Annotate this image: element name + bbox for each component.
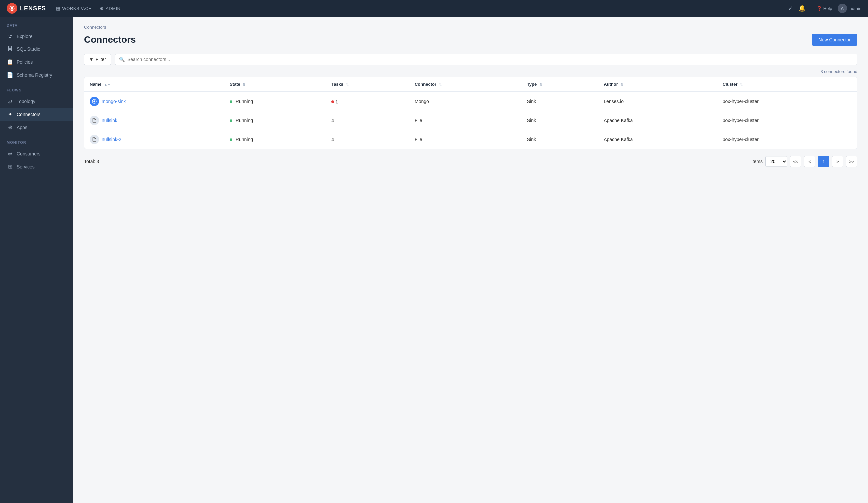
sort-icon-type: ⇅ [539, 83, 542, 87]
total-count: Total: 3 [84, 159, 99, 164]
table-row: mongo-sink Running 1 Mongo Sink Lenses.i… [84, 92, 857, 111]
logo-text: LENSES [20, 5, 46, 12]
table-row: nullsink Running 4 File Sink Apache Kafk… [84, 111, 857, 130]
status-dot [230, 139, 232, 141]
cell-connector: File [409, 111, 522, 130]
cell-type: Sink [522, 92, 598, 111]
topbar-right: ✓ 🔔 ❓ Help A admin [788, 4, 861, 13]
sort-icon-tasks: ⇅ [346, 83, 349, 87]
filter-icon: ▼ [89, 57, 94, 62]
sidebar-item-policies[interactable]: 📋 Policies [0, 56, 73, 68]
status-dot [230, 119, 232, 122]
cell-cluster: box-hyper-cluster [717, 92, 857, 111]
cell-name: nullsink [84, 111, 224, 130]
sidebar-item-label: Topology [17, 99, 35, 104]
col-name[interactable]: Name ▲▼ [84, 77, 224, 92]
topbar: LENSES ▦ WORKSPACE ⚙ ADMIN ✓ 🔔 ❓ Help A … [0, 0, 868, 17]
explore-icon: 🗂 [7, 33, 13, 39]
pagination-first-button[interactable]: << [790, 156, 801, 167]
sidebar-item-label: Apps [17, 125, 27, 130]
cell-type: Sink [522, 111, 598, 130]
sidebar-section-flows: FLOWS ⇄ Topology ✦ Connectors ⊕ Apps [0, 81, 73, 134]
search-input[interactable] [115, 54, 857, 65]
pagination-next-button[interactable]: > [832, 156, 843, 167]
results-count: 3 connectors found [84, 69, 857, 74]
logo-area[interactable]: LENSES [7, 3, 46, 14]
sidebar-item-schema-registry[interactable]: 📄 Schema Registry [0, 68, 73, 81]
items-per-page-select[interactable]: 20 50 100 [765, 156, 787, 167]
user-menu[interactable]: A admin [838, 4, 861, 13]
topology-icon: ⇄ [7, 98, 13, 104]
bell-icon[interactable]: 🔔 [798, 5, 806, 12]
filter-button[interactable]: ▼ Filter [84, 54, 111, 65]
new-connector-button[interactable]: New Connector [812, 34, 858, 46]
main-layout: DATA 🗂 Explore 🗄 SQL Studio 📋 Policies 📄… [0, 17, 868, 503]
sidebar-item-label: Connectors [17, 112, 41, 117]
apps-icon: ⊕ [7, 124, 13, 130]
policies-icon: 📋 [7, 59, 13, 65]
col-state[interactable]: State ⇅ [224, 77, 326, 92]
col-type[interactable]: Type ⇅ [522, 77, 598, 92]
pagination-page1-button[interactable]: 1 [818, 156, 829, 167]
consumers-icon: ⇌ [7, 150, 13, 157]
col-connector[interactable]: Connector ⇅ [409, 77, 522, 92]
sidebar-item-services[interactable]: ⊞ Services [0, 160, 73, 173]
connector-link[interactable]: nullsink-2 [90, 135, 219, 144]
sidebar: DATA 🗂 Explore 🗄 SQL Studio 📋 Policies 📄… [0, 17, 73, 503]
sidebar-item-label: Services [17, 164, 35, 169]
check-icon[interactable]: ✓ [788, 5, 793, 12]
connector-name: nullsink-2 [102, 137, 121, 142]
sidebar-item-sql-studio[interactable]: 🗄 SQL Studio [0, 43, 73, 56]
sidebar-item-consumers[interactable]: ⇌ Consumers [0, 147, 73, 160]
sidebar-item-apps[interactable]: ⊕ Apps [0, 121, 73, 134]
sort-icon-cluster: ⇅ [740, 83, 743, 87]
task-badge: 1 [331, 99, 338, 104]
cell-name: mongo-sink [84, 92, 224, 111]
sidebar-item-connectors[interactable]: ✦ Connectors [0, 108, 73, 121]
pagination-controls: Items 20 50 100 << < 1 > >> [751, 156, 857, 167]
col-cluster[interactable]: Cluster ⇅ [717, 77, 857, 92]
workspace-nav[interactable]: ▦ WORKSPACE [56, 6, 92, 11]
sidebar-item-explore[interactable]: 🗂 Explore [0, 30, 73, 43]
cell-state: Running [224, 92, 326, 111]
admin-nav[interactable]: ⚙ ADMIN [100, 6, 121, 11]
table-header-row: Name ▲▼ State ⇅ Tasks ⇅ Connector ⇅ Type… [84, 77, 857, 92]
sidebar-item-topology[interactable]: ⇄ Topology [0, 95, 73, 108]
help-button[interactable]: ❓ Help [817, 6, 832, 11]
col-author[interactable]: Author ⇅ [598, 77, 717, 92]
sidebar-item-label: Explore [17, 34, 32, 39]
sidebar-item-label: SQL Studio [17, 46, 40, 52]
items-per-page-label: Items [751, 159, 763, 164]
page-header: Connectors New Connector [84, 34, 857, 46]
pagination-last-button[interactable]: >> [846, 156, 857, 167]
state-label: Running [236, 118, 253, 123]
state-label: Running [236, 99, 253, 104]
cell-connector: Mongo [409, 92, 522, 111]
help-label: Help [823, 6, 832, 11]
col-tasks[interactable]: Tasks ⇅ [326, 77, 409, 92]
admin-label: ADMIN [106, 6, 120, 11]
breadcrumb: Connectors [84, 25, 857, 30]
connector-icon [90, 97, 99, 106]
cell-connector: File [409, 130, 522, 149]
page-title: Connectors [84, 34, 136, 45]
sidebar-item-label: Schema Registry [17, 72, 52, 78]
task-error-dot [331, 100, 334, 103]
connector-icon [90, 135, 99, 144]
filter-bar: ▼ Filter 🔍 [84, 54, 857, 65]
pagination-prev-button[interactable]: < [804, 156, 815, 167]
content-area: Connectors Connectors New Connector ▼ Fi… [73, 17, 868, 503]
connector-link[interactable]: mongo-sink [90, 97, 219, 106]
search-icon: 🔍 [119, 57, 125, 62]
cell-cluster: box-hyper-cluster [717, 111, 857, 130]
cell-state: Running [224, 111, 326, 130]
top-nav: ▦ WORKSPACE ⚙ ADMIN [56, 6, 120, 11]
cell-cluster: box-hyper-cluster [717, 130, 857, 149]
connector-link[interactable]: nullsink [90, 116, 219, 125]
connector-name: nullsink [102, 118, 117, 123]
services-icon: ⊞ [7, 163, 13, 170]
cell-author: Lenses.io [598, 92, 717, 111]
cell-tasks: 1 [326, 92, 409, 111]
schema-registry-icon: 📄 [7, 72, 13, 78]
workspace-label: WORKSPACE [62, 6, 92, 11]
